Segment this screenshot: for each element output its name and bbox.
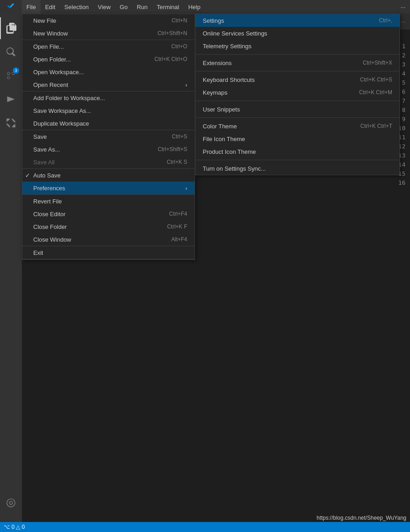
menu-close-editor[interactable]: Close Editor Ctrl+F4 [22,208,195,220]
extensions-icon[interactable] [0,112,22,134]
file-menu: New File Ctrl+N New Window Ctrl+Shift+N … [22,14,195,260]
menu-exit[interactable]: Exit [22,246,195,259]
menu-terminal[interactable]: Terminal [152,0,184,14]
menu-save-as[interactable]: Save As... Ctrl+Shift+S [22,143,195,156]
search-icon[interactable] [0,41,22,63]
vscode-logo [0,3,22,11]
menu-edit[interactable]: Edit [41,0,60,14]
menu-new-window[interactable]: New Window Ctrl+Shift+N [22,27,195,40]
titlebar: File Edit Selection View Go Run Terminal… [0,0,410,14]
pref-telemetry[interactable]: Telemetry Settings [195,40,400,52]
explorer-icon[interactable] [0,17,22,39]
menu-view[interactable]: View [93,0,115,14]
menu-section-close: Revert File Close Editor Ctrl+F4 Close F… [22,195,195,246]
menu-close-window[interactable]: Close Window Alt+F4 [22,233,195,246]
status-remote: ⌥ 0 △ 0 [0,524,28,530]
menu-revert-file[interactable]: Revert File [22,195,195,208]
menu-section-new: New File Ctrl+N New Window Ctrl+Shift+N [22,14,195,40]
menu-run[interactable]: Run [132,0,152,14]
pref-section-sync: Turn on Settings Sync... [195,162,400,175]
menu-open-file[interactable]: Open File... Ctrl+O [22,40,195,53]
menu-preferences[interactable]: Preferences › [22,182,195,194]
menu-save-workspace[interactable]: Save Workspace As... [22,104,195,117]
menu-open-recent[interactable]: Open Recent › [22,78,195,91]
source-control-icon[interactable]: 3 [0,65,22,86]
pref-section-extensions: Extensions Ctrl+Shift+X [195,56,400,69]
pref-keyboard-shortcuts[interactable]: Keyboard Shortcuts Ctrl+K Ctrl+S [195,73,400,86]
preferences-menu: Settings Ctrl+, Online Services Settings… [195,14,400,175]
activity-bar: 3 [0,14,22,532]
menu-section-autosave: ✓ Auto Save Preferences › [22,169,195,195]
menu-section-open: Open File... Ctrl+O Open Folder... Ctrl+… [22,40,195,91]
pref-section-keyboard: Keyboard Shortcuts Ctrl+K Ctrl+S Keymaps… [195,73,400,99]
pref-extensions[interactable]: Extensions Ctrl+Shift+X [195,56,400,69]
titlebar-controls: ··· [400,0,410,14]
menu-close-folder[interactable]: Close Folder Ctrl+K F [22,220,195,233]
menu-new-file[interactable]: New File Ctrl+N [22,14,195,27]
menu-open-folder[interactable]: Open Folder... Ctrl+K Ctrl+O [22,53,195,66]
remote-icon[interactable] [0,492,22,514]
menu-section-exit: Exit [22,246,195,259]
source-control-badge: 3 [13,67,19,74]
menu-go[interactable]: Go [115,0,132,14]
run-icon[interactable] [0,88,22,110]
menu-help[interactable]: Help [184,0,205,14]
line-16: 16 [383,178,405,187]
menu-selection[interactable]: Selection [60,0,93,14]
pref-color-theme[interactable]: Color Theme Ctrl+K Ctrl+T [195,120,400,132]
menu-section-workspace: Add Folder to Workspace... Save Workspac… [22,91,195,130]
tab-more-options[interactable]: ··· [400,18,405,25]
menu-save[interactable]: Save Ctrl+S [22,130,195,143]
menu-section-save: Save Ctrl+S Save As... Ctrl+Shift+S Save… [22,130,195,169]
pref-sep-1 [195,54,400,55]
pref-user-snippets[interactable]: User Snippets [195,103,400,116]
menu-save-all: Save All Ctrl+K S [22,156,195,168]
pref-sep-4 [195,117,400,118]
pref-settings[interactable]: Settings Ctrl+, [195,14,400,27]
pref-sep-3 [195,101,400,101]
window-controls: ··· [400,4,405,10]
pref-sep-5 [195,160,400,160]
menu-auto-save[interactable]: ✓ Auto Save [22,169,195,182]
pref-sep-2 [195,71,400,71]
pref-online-services[interactable]: Online Services Settings [195,27,400,40]
pref-keymaps[interactable]: Keymaps Ctrl+K Ctrl+M [195,86,400,99]
pref-section-settings: Settings Ctrl+, Online Services Settings… [195,14,400,52]
pref-product-icon-theme[interactable]: Product Icon Theme [195,145,400,158]
status-bar: ⌥ 0 △ 0 [0,522,410,532]
menu-add-folder[interactable]: Add Folder to Workspace... [22,91,195,104]
tooltip-bar: https://blog.csdn.net/Sheep_WuYang [313,514,410,522]
pref-settings-sync[interactable]: Turn on Settings Sync... [195,162,400,175]
pref-file-icon-theme[interactable]: File Icon Theme [195,132,400,145]
pref-section-themes: Color Theme Ctrl+K Ctrl+T File Icon Them… [195,120,400,158]
menu-duplicate-workspace[interactable]: Duplicate Workspace [22,117,195,130]
menu-file[interactable]: File [22,0,41,14]
pref-section-snippets: User Snippets [195,103,400,116]
menu-open-workspace[interactable]: Open Workspace... [22,66,195,78]
tooltip-text: https://blog.csdn.net/Sheep_WuYang [317,515,406,521]
menu-bar: File Edit Selection View Go Run Terminal… [22,0,205,14]
